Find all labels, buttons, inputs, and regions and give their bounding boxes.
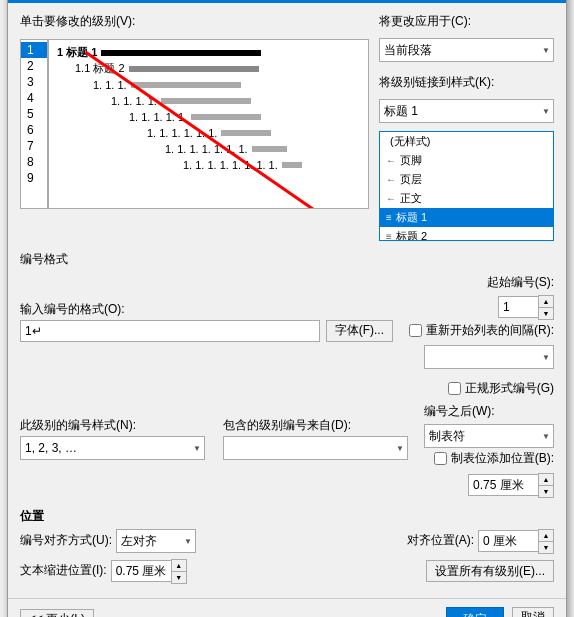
- style-icon-footer: ←: [386, 155, 396, 166]
- add-indent-checkbox[interactable]: [434, 452, 447, 465]
- style-icon-layer: ←: [386, 174, 396, 185]
- level-item-9[interactable]: 9: [21, 170, 47, 186]
- add-indent-label: 制表位添加位置(B):: [451, 450, 554, 467]
- position-row-1: 编号对齐方式(U): 左对齐 对齐位置(A): ▲ ▼: [20, 529, 554, 554]
- left-panel: 单击要修改的级别(V): 1 2 3 4 5 6 7 8 9: [20, 13, 369, 241]
- style-label-body: 正文: [400, 191, 422, 206]
- legal-checkbox[interactable]: [448, 382, 461, 395]
- after-select[interactable]: 制表符: [424, 424, 554, 448]
- at-label: 对齐位置(A):: [407, 532, 474, 549]
- input-format-label: 输入编号的格式(O):: [20, 301, 393, 318]
- add-indent-up-btn[interactable]: ▲: [539, 474, 553, 485]
- start-label: 起始编号(S):: [487, 274, 554, 291]
- font-button[interactable]: 字体(F)...: [326, 320, 393, 342]
- style-item-h1[interactable]: ≡ 标题 1: [380, 208, 553, 227]
- input-format-field[interactable]: [20, 320, 320, 342]
- preview-line-5: 1. 1. 1. 1. 1.: [129, 110, 360, 124]
- preview-text-1: 1 标题 1: [57, 45, 97, 60]
- set-all-button[interactable]: 设置所有有级别(E)...: [426, 560, 554, 582]
- position-section: 位置 编号对齐方式(U): 左对齐 对齐位置(A): ▲: [20, 508, 554, 584]
- preview-text-4: 1. 1. 1. 1.: [111, 95, 157, 107]
- at-up-btn[interactable]: ▲: [539, 530, 553, 541]
- at-spinner-btns: ▲ ▼: [538, 529, 554, 554]
- bottom-left: << 更少(L): [20, 609, 94, 618]
- include-select-wrapper[interactable]: [223, 436, 408, 460]
- level-list-container: 1 2 3 4 5 6 7 8 9 1 标题 1: [20, 39, 369, 209]
- apply-to-select[interactable]: 当前段落: [379, 38, 554, 62]
- style-label-h1: 标题 1: [396, 210, 427, 225]
- start-spinner-btns: ▲ ▼: [538, 295, 554, 320]
- text-indent-input[interactable]: [111, 560, 171, 582]
- ok-button[interactable]: 确定: [446, 607, 504, 618]
- text-indent-spinner: ▲ ▼: [111, 559, 187, 584]
- preview-line-3: 1. 1. 1.: [93, 78, 360, 92]
- style-include-row: 此级别的编号样式(N): 1, 2, 3, … 包含的级别编号来自(D):: [20, 380, 554, 498]
- preview-bar-8: [282, 162, 302, 168]
- restart-label: 重新开始列表的间隔(R):: [426, 322, 554, 339]
- link-style-wrapper[interactable]: 标题 1: [379, 99, 554, 123]
- restart-row: 重新开始列表的间隔(R):: [409, 322, 554, 339]
- style-select-wrapper[interactable]: 1, 2, 3, …: [20, 436, 205, 460]
- style-icon-h1: ≡: [386, 212, 392, 223]
- preview-bar-4: [161, 98, 251, 104]
- at-input[interactable]: [478, 530, 538, 552]
- level-item-2[interactable]: 2: [21, 58, 47, 74]
- top-section: 单击要修改的级别(V): 1 2 3 4 5 6 7 8 9: [20, 13, 554, 241]
- bottom-right: 确定 取消: [446, 607, 554, 618]
- style-item-body[interactable]: ← 正文: [380, 189, 553, 208]
- text-indent-up-btn[interactable]: ▲: [172, 560, 186, 571]
- start-down-btn[interactable]: ▼: [539, 308, 553, 319]
- restart-select[interactable]: [424, 345, 554, 369]
- style-select[interactable]: 1, 2, 3, …: [20, 436, 205, 460]
- preview-bar-6: [221, 130, 271, 136]
- bottom-bar: << 更少(L) 确定 取消: [8, 598, 566, 618]
- add-indent-input[interactable]: [468, 474, 538, 496]
- apply-to-wrapper[interactable]: 当前段落: [379, 38, 554, 62]
- start-spinner: ▲ ▼: [498, 295, 554, 320]
- align-select[interactable]: 左对齐: [116, 529, 196, 553]
- after-select-wrapper[interactable]: 制表符: [424, 424, 554, 448]
- add-indent-spinner-btns: ▲ ▼: [538, 473, 554, 498]
- text-indent-spinner-btns: ▲ ▼: [171, 559, 187, 584]
- format-section: 编号格式 输入编号的格式(O): 字体(F)... 起始编号(S): ▲: [20, 251, 554, 498]
- level-section-label: 单击要修改的级别(V):: [20, 13, 369, 30]
- level-item-1[interactable]: 1: [21, 42, 47, 58]
- position-label: 位置: [20, 508, 554, 525]
- preview-line-4: 1. 1. 1. 1.: [111, 94, 360, 108]
- style-listbox[interactable]: (无样式) ← 页脚 ← 页层 ← 正文 ≡: [379, 131, 554, 241]
- restart-checkbox[interactable]: [409, 324, 422, 337]
- align-select-wrapper[interactable]: 左对齐: [116, 529, 196, 553]
- preview-bar-5: [191, 114, 261, 120]
- style-item-h2[interactable]: ≡ 标题 2: [380, 227, 553, 241]
- preview-text-6: 1. 1. 1. 1. 1. 1.: [147, 127, 217, 139]
- style-item-footer[interactable]: ← 页脚: [380, 151, 553, 170]
- align-label: 编号对齐方式(U):: [20, 532, 112, 549]
- include-select[interactable]: [223, 436, 408, 460]
- link-style-select[interactable]: 标题 1: [379, 99, 554, 123]
- style-label-none: (无样式): [390, 134, 430, 149]
- at-down-btn[interactable]: ▼: [539, 542, 553, 553]
- style-label-layer: 页层: [400, 172, 422, 187]
- level-item-3[interactable]: 3: [21, 74, 47, 90]
- preview-text-2: 1.1 标题 2: [75, 61, 125, 76]
- level-item-4[interactable]: 4: [21, 90, 47, 106]
- cancel-button[interactable]: 取消: [512, 607, 554, 618]
- preview-text-5: 1. 1. 1. 1. 1.: [129, 111, 187, 123]
- style-item-none[interactable]: (无样式): [380, 132, 553, 151]
- start-up-btn[interactable]: ▲: [539, 296, 553, 307]
- format-input-row: 输入编号的格式(O): 字体(F)... 起始编号(S): ▲ ▼: [20, 274, 554, 369]
- level-item-5[interactable]: 5: [21, 106, 47, 122]
- legal-label: 正规形式编号(G): [465, 380, 554, 397]
- add-indent-down-btn[interactable]: ▼: [539, 486, 553, 497]
- restart-select-wrapper[interactable]: [424, 345, 554, 369]
- level-item-6[interactable]: 6: [21, 122, 47, 138]
- preview-line-7: 1. 1. 1. 1. 1. 1. 1.: [165, 142, 360, 156]
- style-icon-h2: ≡: [386, 231, 392, 241]
- start-input[interactable]: [498, 296, 538, 318]
- level-item-8[interactable]: 8: [21, 154, 47, 170]
- text-indent-down-btn[interactable]: ▼: [172, 572, 186, 583]
- level-item-7[interactable]: 7: [21, 138, 47, 154]
- less-button[interactable]: << 更少(L): [20, 609, 94, 618]
- preview-bar-2: [129, 66, 259, 72]
- style-item-layer[interactable]: ← 页层: [380, 170, 553, 189]
